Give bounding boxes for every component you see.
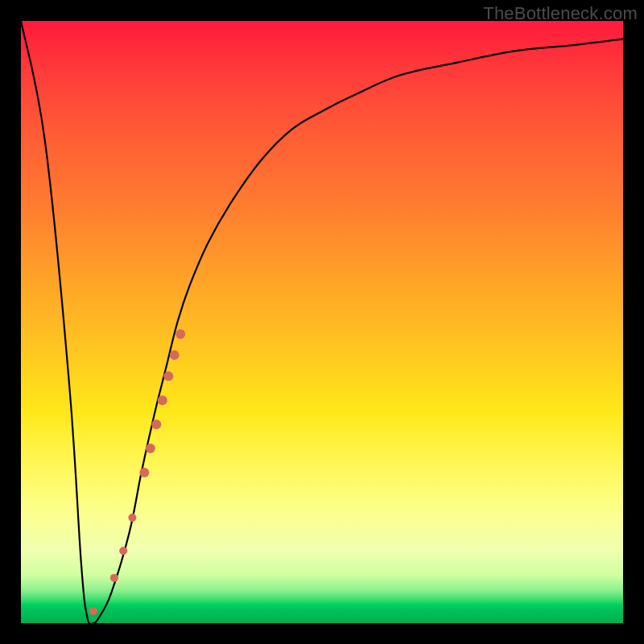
highlight-seg-2 — [146, 444, 155, 453]
highlight-dot-b — [119, 547, 127, 555]
bottleneck-curve — [21, 21, 623, 624]
plot-area: TheBottleneck.com — [21, 21, 623, 623]
highlight-min — [89, 607, 97, 615]
marker-group — [89, 329, 185, 615]
highlight-seg-4 — [158, 395, 167, 405]
chart-frame: TheBottleneck.com — [0, 0, 644, 644]
highlight-seg-7 — [175, 329, 185, 339]
highlight-dot-c — [128, 514, 136, 522]
curve-layer — [21, 21, 623, 623]
highlight-seg-1 — [139, 468, 149, 477]
highlight-dot-a — [110, 574, 118, 582]
highlight-seg-5 — [163, 371, 173, 381]
highlight-seg-3 — [151, 419, 161, 429]
highlight-seg-6 — [170, 350, 180, 360]
